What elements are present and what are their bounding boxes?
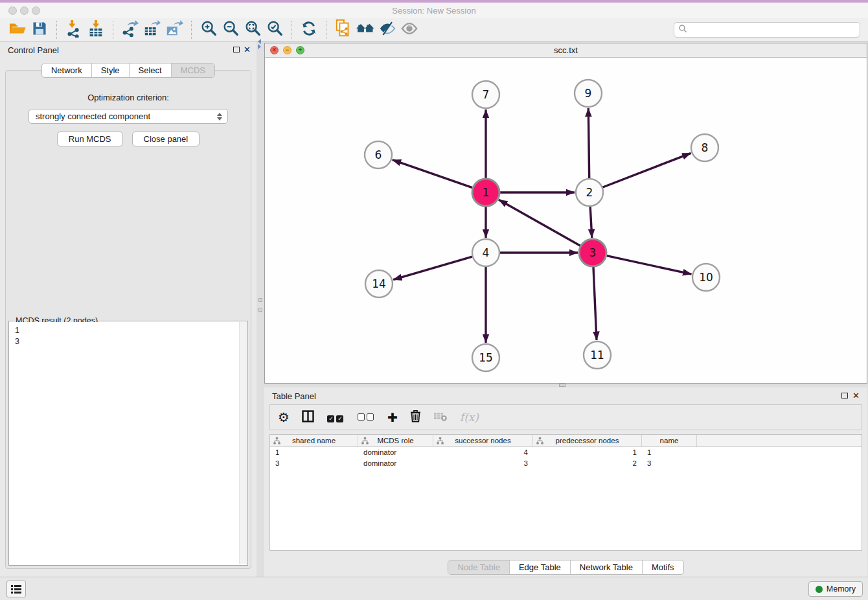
graph-edge-2-8[interactable]	[603, 153, 691, 187]
delete-table-button[interactable]	[433, 411, 448, 424]
window-titlebar: Session: New Session	[0, 0, 868, 18]
graph-edge-3-10[interactable]	[607, 256, 692, 274]
export-network-button[interactable]	[119, 19, 141, 40]
graph-edge-2-9[interactable]	[588, 108, 589, 178]
graph-edge-3-11[interactable]	[593, 267, 597, 340]
mcds-panel: Optimization criterion: strongly connect…	[5, 70, 251, 569]
export-table-icon	[143, 19, 161, 40]
delete-column-button[interactable]	[410, 410, 421, 425]
table-panel-header: Table Panel ✕	[264, 387, 867, 404]
save-icon	[31, 20, 48, 40]
column-header-label: MCDS role	[377, 437, 413, 444]
zoom-in-button[interactable]	[198, 19, 220, 40]
export-table-button[interactable]	[141, 19, 163, 40]
import-table-icon	[87, 19, 105, 40]
memory-button[interactable]: Memory	[808, 581, 863, 597]
float-panel-icon[interactable]	[233, 47, 240, 52]
table-row[interactable]: 1dominator411	[270, 447, 862, 458]
chevron-up-icon	[217, 113, 222, 116]
graph-node-label: 14	[372, 277, 386, 290]
close-panel-button[interactable]: Close panel	[132, 132, 200, 146]
graph-node-label: 9	[585, 87, 592, 100]
table-settings-button[interactable]: ⚙	[278, 410, 290, 425]
trash-icon	[410, 410, 421, 425]
search-icon	[678, 24, 687, 36]
column-header-predecessor-nodes[interactable]: predecessor nodes	[533, 435, 642, 446]
zoom-fit-icon	[244, 19, 262, 40]
run-mcds-button[interactable]: Run MCDS	[57, 132, 123, 146]
zoom-fit-button[interactable]	[242, 19, 264, 40]
column-header-name[interactable]: name	[642, 435, 697, 446]
mcds-result-scrollbar[interactable]	[239, 322, 247, 564]
table-panel: Table Panel ✕ ⚙ ✓✓ ✚ f(x) shared nameMCD…	[264, 387, 867, 577]
search-input[interactable]	[687, 23, 860, 36]
splitter-collapse-left-icon[interactable]	[258, 39, 261, 44]
tab-select[interactable]: Select	[129, 63, 171, 77]
open-session-button[interactable]	[6, 19, 29, 40]
graph-edge-1-6[interactable]	[393, 160, 473, 188]
control-panel: Control Panel ✕ NetworkStyleSelectMCDS O…	[0, 41, 257, 577]
column-header-label: name	[660, 437, 679, 444]
show-columns-button[interactable]	[302, 410, 314, 425]
create-column-button[interactable]: ✚	[387, 410, 398, 424]
zoom-selected-icon	[266, 19, 284, 40]
toolbar-separator	[326, 21, 326, 39]
save-session-button[interactable]	[29, 19, 51, 40]
float-panel-icon[interactable]	[841, 393, 848, 398]
graph-edge-3-1[interactable]	[499, 200, 580, 246]
function-builder-button[interactable]: f(x)	[460, 411, 479, 424]
graph-node-label: 3	[589, 246, 597, 259]
import-network-button[interactable]	[63, 19, 85, 40]
network-canvas[interactable]: 7968124314101511	[265, 58, 867, 383]
mcds-result-list[interactable]: 13	[10, 322, 247, 564]
network-view-frame: ✕ − + scc.txt 7968124314101511	[264, 43, 867, 384]
export-network-icon	[121, 19, 139, 40]
checked-boxes-icon: ✓✓	[326, 411, 345, 423]
show-network-button[interactable]	[398, 19, 420, 40]
column-header-successor-nodes[interactable]: successor nodes	[433, 435, 533, 446]
graph-edge-2-3[interactable]	[590, 207, 592, 238]
zoom-out-button[interactable]	[220, 19, 242, 40]
table-cell: 3	[270, 458, 358, 469]
export-image-button[interactable]	[163, 19, 185, 40]
close-panel-icon[interactable]: ✕	[244, 45, 251, 54]
hide-network-button[interactable]	[376, 19, 398, 40]
deselect-all-columns-button[interactable]	[357, 411, 375, 423]
toolbar-separator	[191, 21, 192, 39]
tab-mcds[interactable]: MCDS	[171, 63, 214, 77]
gear-icon: ⚙	[278, 410, 290, 425]
select-all-columns-button[interactable]: ✓✓	[326, 411, 345, 423]
tab-network-table[interactable]: Network Table	[570, 560, 642, 574]
table-cell: 1	[533, 447, 642, 458]
column-header-shared-name[interactable]: shared name	[270, 435, 358, 446]
apply-layout-button[interactable]	[298, 19, 320, 40]
status-bar: Memory	[0, 577, 868, 600]
tab-edge-table[interactable]: Edge Table	[509, 560, 570, 574]
tab-network[interactable]: Network	[42, 63, 91, 77]
go-home-button[interactable]	[354, 19, 376, 40]
tab-node-table[interactable]: Node Table	[448, 560, 509, 574]
table-row[interactable]: 3dominator323	[270, 458, 862, 469]
splitter-handle[interactable]	[559, 384, 565, 387]
search-box[interactable]	[674, 22, 860, 38]
network-graph[interactable]: 7968124314101511	[265, 58, 867, 383]
criterion-select[interactable]: strongly connected component	[29, 109, 228, 124]
control-panel-tabbar: NetworkStyleSelectMCDS	[0, 63, 257, 78]
table-cell: 2	[533, 458, 642, 469]
vertical-splitter[interactable]	[257, 41, 264, 577]
tab-style[interactable]: Style	[91, 63, 129, 77]
column-header-mcds-role[interactable]: MCDS role	[358, 435, 433, 446]
zoom-out-icon	[222, 19, 240, 40]
zoom-selected-button[interactable]	[264, 19, 286, 40]
clone-network-button[interactable]	[332, 19, 354, 40]
unchecked-boxes-icon	[357, 411, 375, 423]
splitter-collapse-right-icon[interactable]	[258, 44, 261, 49]
show-panels-button[interactable]	[6, 581, 26, 597]
document-share-icon	[334, 19, 352, 41]
close-panel-icon[interactable]: ✕	[852, 391, 860, 400]
tab-motifs[interactable]: Motifs	[642, 560, 683, 574]
table-cell: dominator	[358, 458, 433, 469]
control-panel-tabs: NetworkStyleSelectMCDS	[41, 63, 215, 78]
graph-edge-4-14[interactable]	[393, 257, 472, 280]
import-table-button[interactable]	[85, 19, 107, 40]
